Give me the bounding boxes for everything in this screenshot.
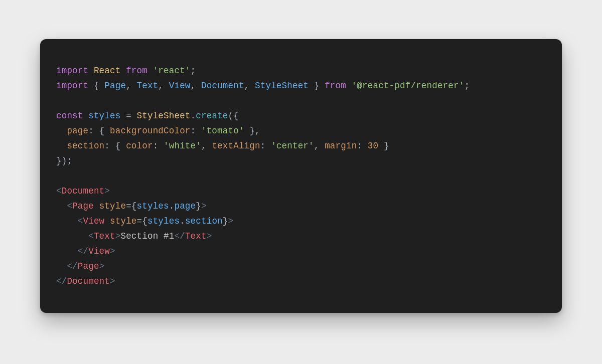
jsx-lt: < bbox=[67, 201, 72, 211]
jsx-gt: > bbox=[228, 216, 234, 226]
punct-comma: , bbox=[255, 126, 260, 136]
punct-comma: , bbox=[158, 81, 164, 91]
identifier-styles: styles bbox=[147, 216, 180, 226]
keyword-from: from bbox=[325, 81, 346, 91]
jsx-gt: > bbox=[110, 276, 115, 286]
prop-page: page bbox=[67, 126, 88, 136]
punct-dot: . bbox=[169, 201, 175, 211]
punct-lbrace: { bbox=[94, 81, 99, 91]
punct-comma: , bbox=[244, 81, 250, 91]
identifier-react: React bbox=[94, 66, 121, 76]
jsx-gt: > bbox=[99, 261, 105, 271]
prop-color: color bbox=[126, 141, 153, 151]
jsx-lt-close: </ bbox=[78, 246, 88, 256]
code-card: import React from 'react'; import { Page… bbox=[40, 39, 562, 313]
prop-backgroundcolor: backgroundColor bbox=[110, 126, 191, 136]
jsx-lt-close: </ bbox=[56, 276, 67, 286]
string-tomato: 'tomato' bbox=[201, 126, 244, 136]
punct-semi: ; bbox=[464, 81, 470, 91]
jsx-text: Text bbox=[185, 231, 207, 241]
identifier-document: Document bbox=[201, 81, 244, 91]
jsx-text-content: Section #1 bbox=[120, 231, 174, 241]
punct-lbrace: { bbox=[115, 141, 121, 151]
punct-lbrace: { bbox=[99, 126, 105, 136]
jsx-view: View bbox=[83, 216, 105, 226]
string-center: 'center' bbox=[271, 141, 314, 151]
identifier-stylesheet: StyleSheet bbox=[137, 111, 191, 121]
punct-rbrace: } bbox=[196, 201, 201, 211]
code-block: import React from 'react'; import { Page… bbox=[56, 63, 546, 289]
jsx-document: Document bbox=[62, 186, 105, 196]
punct-rbrace: } bbox=[223, 216, 228, 226]
string-renderer-module: '@react-pdf/renderer' bbox=[352, 81, 465, 91]
punct-rbrace: } bbox=[249, 126, 255, 136]
jsx-lt: < bbox=[56, 186, 62, 196]
jsx-lt: < bbox=[88, 231, 94, 241]
punct-lbrace: { bbox=[233, 111, 239, 121]
punct-dot: . bbox=[191, 111, 196, 121]
punct-eq: = bbox=[126, 201, 131, 211]
stage: import React from 'react'; import { Page… bbox=[0, 0, 602, 364]
punct-colon: : bbox=[88, 126, 94, 136]
punct-comma: , bbox=[314, 141, 320, 151]
prop-textalign: textAlign bbox=[212, 141, 260, 151]
identifier-section: section bbox=[185, 216, 223, 226]
punct-semi: ; bbox=[67, 156, 72, 166]
punct-eq: = bbox=[126, 111, 131, 121]
punct-colon: : bbox=[153, 141, 159, 151]
punct-colon: : bbox=[357, 141, 362, 151]
punct-comma: , bbox=[126, 81, 131, 91]
prop-section: section bbox=[67, 141, 104, 151]
punct-lparen: ( bbox=[228, 111, 234, 121]
string-white: 'white' bbox=[164, 141, 201, 151]
punct-rbrace: } bbox=[384, 141, 389, 151]
keyword-import: import bbox=[56, 66, 88, 76]
punct-rparen: ) bbox=[62, 156, 67, 166]
jsx-page: Page bbox=[78, 261, 99, 271]
jsx-gt: > bbox=[104, 186, 110, 196]
identifier-styles: styles bbox=[88, 111, 120, 121]
punct-colon: : bbox=[260, 141, 266, 151]
jsx-page: Page bbox=[72, 201, 94, 211]
jsx-lt-close: </ bbox=[174, 231, 185, 241]
punct-lbrace: { bbox=[131, 201, 137, 211]
jsx-text: Text bbox=[94, 231, 115, 241]
identifier-text: Text bbox=[137, 81, 159, 91]
identifier-page: page bbox=[174, 201, 196, 211]
punct-eq: = bbox=[137, 216, 142, 226]
prop-margin: margin bbox=[325, 141, 357, 151]
jsx-lt: < bbox=[78, 216, 83, 226]
punct-semi: ; bbox=[191, 66, 196, 76]
jsx-gt: > bbox=[201, 201, 207, 211]
jsx-gt: > bbox=[110, 246, 115, 256]
fn-create: create bbox=[196, 111, 228, 121]
string-react-module: 'react' bbox=[153, 66, 191, 76]
punct-rbrace: } bbox=[314, 81, 320, 91]
punct-comma: , bbox=[191, 81, 196, 91]
jsx-gt: > bbox=[115, 231, 121, 241]
punct-lbrace: { bbox=[142, 216, 147, 226]
keyword-import: import bbox=[56, 81, 88, 91]
number-30: 30 bbox=[368, 141, 378, 151]
jsx-lt-close: </ bbox=[67, 261, 77, 271]
identifier-styles: styles bbox=[137, 201, 169, 211]
jsx-gt: > bbox=[207, 231, 212, 241]
jsx-attr-style: style bbox=[99, 201, 126, 211]
jsx-view: View bbox=[88, 246, 110, 256]
punct-colon: : bbox=[191, 126, 196, 136]
jsx-attr-style: style bbox=[110, 216, 137, 226]
identifier-page: Page bbox=[104, 81, 126, 91]
punct-rbrace: } bbox=[56, 156, 62, 166]
punct-colon: : bbox=[104, 141, 110, 151]
punct-dot: . bbox=[180, 216, 185, 226]
identifier-view: View bbox=[169, 81, 191, 91]
keyword-from: from bbox=[126, 66, 147, 76]
identifier-stylesheet: StyleSheet bbox=[255, 81, 309, 91]
keyword-const: const bbox=[56, 111, 83, 121]
punct-comma: , bbox=[201, 141, 207, 151]
jsx-document: Document bbox=[67, 276, 110, 286]
